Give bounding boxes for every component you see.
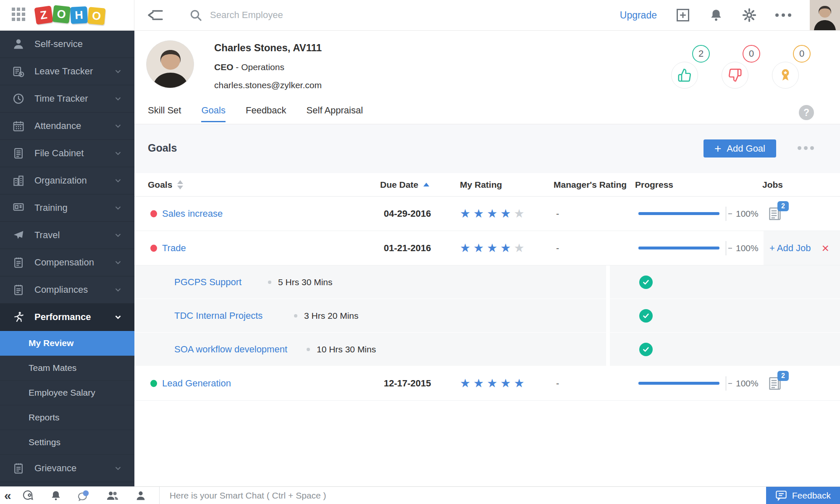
goals-more-options-icon[interactable] [798,146,814,150]
star-icon[interactable]: ★ [473,242,484,254]
employee-role-department: - Operations [234,62,284,72]
collapse-sidebar-icon[interactable] [147,8,164,22]
chevron-down-icon [113,149,123,158]
sidebar-item-compensation[interactable]: Compensation [0,249,134,276]
job-duration: 10 Hrs 30 Mins [317,344,376,354]
jobs-count-button[interactable]: 2 [768,206,782,221]
sidebar-item-label: Compensation [34,257,94,268]
zoho-logo[interactable]: Z O H O [35,7,105,24]
goal-link[interactable]: Trade [162,243,186,254]
column-header-managers-rating: Manager's Rating [554,180,627,190]
help-icon[interactable]: ? [799,105,814,120]
star-icon[interactable]: ★ [460,378,470,389]
sidebar-item-label: Travel [34,230,60,241]
goal-due-date: 04-29-2016 [361,208,454,219]
goal-status-dot [150,380,157,387]
more-options-icon[interactable] [775,13,791,17]
leave-tracker-icon [12,65,25,78]
sidebar-item-attendance[interactable]: Attendance [0,113,134,140]
goal-due-date: 01-21-2016 [361,243,454,254]
smart-chat-hint[interactable]: Here is your Smart Chat ( Ctrl + Space ) [170,491,326,501]
star-icon[interactable]: ★ [500,208,511,220]
contacts-icon[interactable] [106,489,119,502]
job-link[interactable]: PGCPS Support [174,277,242,288]
sidebar-item-organization[interactable]: Organization [0,167,134,194]
plane-icon [12,229,25,242]
user-avatar[interactable] [810,0,840,30]
collapse-chat-bar-icon[interactable]: « [4,489,11,502]
detail-tabs: Skill Set Goals Feedback Self Appraisal … [134,105,840,124]
star-icon[interactable]: ★ [460,242,470,254]
column-header-due-date[interactable]: Due Date [380,180,429,190]
star-icon[interactable]: ★ [514,378,524,389]
job-link[interactable]: TDC Internal Projects [174,310,262,321]
notifications-icon[interactable] [50,490,62,501]
sidebar-item-compliances[interactable]: Compliances [0,276,134,304]
thumbs-down-badge[interactable]: 0 [721,45,760,89]
star-icon[interactable]: ★ [500,242,511,254]
notepad-icon [12,284,25,296]
feedback-button[interactable]: Feedback [766,487,840,504]
sidebar-item-time-tracker[interactable]: Time Tracker [0,85,134,113]
star-icon[interactable]: ★ [500,378,511,389]
settings-gear-icon[interactable] [742,8,757,23]
app-grid-icon[interactable] [11,7,26,24]
add-icon[interactable] [675,8,690,23]
sidebar-subitem-employee-salary[interactable]: Employee Salary [0,381,134,405]
goal-link[interactable]: Lead Generation [162,378,231,389]
smart-chat-icon[interactable] [78,489,90,502]
sidebar-item-file-cabinet[interactable]: File Cabinet [0,140,134,167]
sidebar-item-leave-tracker[interactable]: Leave Tracker [0,58,134,85]
upgrade-link[interactable]: Upgrade [620,10,657,21]
star-icon[interactable]: ★ [487,208,497,220]
goal-link[interactable]: Sales increase [162,208,223,219]
star-icon[interactable]: ★ [473,378,484,389]
sidebar-item-self-service[interactable]: Self-service [0,31,134,58]
jobs-count-badge: 2 [777,371,789,381]
column-header-label: Goals [148,180,172,190]
jobs-count-button[interactable]: 2 [768,376,782,391]
sidebar-item-training[interactable]: Training [0,194,134,222]
add-job-link[interactable]: + Add Job [769,243,811,254]
star-icon[interactable]: ★ [514,242,524,254]
thumbs-up-count: 2 [692,45,710,63]
tab-feedback[interactable]: Feedback [246,105,286,122]
chevron-down-icon [113,121,123,131]
profile-icon[interactable] [135,490,147,501]
sidebar: Self-service Leave Tracker Time Tracker … [0,31,134,486]
sidebar-item-label: Time Tracker [34,93,88,104]
sidebar-item-grievance[interactable]: Grievance [0,455,134,482]
notifications-icon[interactable] [709,8,723,22]
star-icon[interactable]: ★ [460,208,470,220]
employee-email: charles.stones@zylker.com [214,80,322,90]
close-icon[interactable]: × [822,242,829,255]
sidebar-item-travel[interactable]: Travel [0,222,134,249]
search-input[interactable] [210,10,386,21]
awards-badge[interactable]: 0 [771,45,811,89]
logo-letter: O [52,5,71,24]
tab-self-appraisal[interactable]: Self Appraisal [307,105,363,122]
chat-settings-icon[interactable] [21,489,34,502]
sidebar-item-label: Self-service [34,39,83,50]
plus-icon: + [714,143,721,155]
employee-photo[interactable] [146,40,194,88]
star-icon[interactable]: ★ [473,208,484,220]
sidebar-subitem-my-review[interactable]: My Review [0,331,134,356]
feedback-chat-icon [775,490,787,501]
job-complete-check-icon [639,343,653,356]
sidebar-subitem-settings[interactable]: Settings [0,430,134,455]
column-header-goals[interactable]: Goals [148,180,183,190]
sort-icon[interactable] [177,180,183,189]
goals-table-header: Goals Due Date My Rating Manager's Ratin… [134,173,840,197]
sidebar-item-performance[interactable]: Performance [0,304,134,331]
star-icon[interactable]: ★ [487,242,497,254]
tab-goals[interactable]: Goals [201,105,225,122]
thumbs-up-badge[interactable]: 2 [670,45,710,89]
job-link[interactable]: SOA workflow development [174,344,287,355]
add-goal-button[interactable]: + Add Goal [704,139,776,158]
tab-skill-set[interactable]: Skill Set [148,105,181,122]
sidebar-subitem-team-mates[interactable]: Team Mates [0,356,134,381]
star-icon[interactable]: ★ [487,378,497,389]
star-icon[interactable]: ★ [514,208,524,220]
sidebar-subitem-reports[interactable]: Reports [0,405,134,430]
